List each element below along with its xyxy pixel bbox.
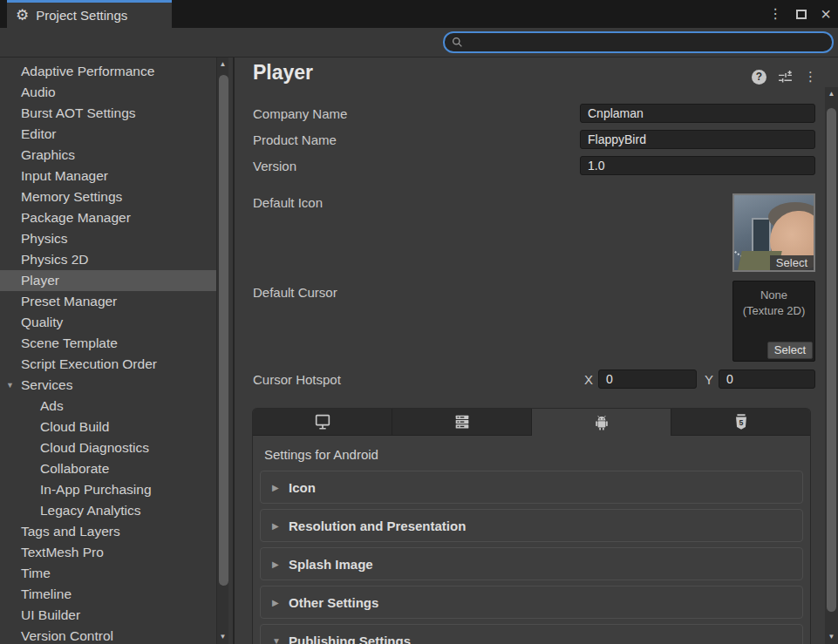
tab-standalone[interactable] (253, 409, 392, 436)
company-name-label: Company Name (253, 106, 347, 121)
section-icon[interactable]: ▶Icon (260, 471, 803, 504)
sidebar-item-graphics[interactable]: Graphics (0, 145, 234, 166)
tab-android[interactable] (532, 409, 671, 436)
sidebar-item-physics-2d[interactable]: Physics 2D (0, 249, 234, 270)
sidebar-item-audio[interactable]: Audio (0, 82, 234, 103)
sidebar-item-services[interactable]: ▼Services (0, 375, 234, 396)
chevron-right-icon[interactable]: ▶ (272, 521, 283, 531)
content-scrollbar[interactable]: ▲ ▼ (825, 87, 838, 644)
chevron-right-icon[interactable]: ▶ (272, 483, 283, 492)
title-bar: ⚙ Project Settings ⋮ × (0, 0, 838, 28)
chevron-down-icon[interactable]: ▼ (6, 381, 14, 390)
section-other-settings[interactable]: ▶Other Settings (260, 586, 803, 619)
company-name-field[interactable] (580, 104, 815, 123)
sidebar-item-adaptive-performance[interactable]: Adaptive Performance (0, 61, 234, 82)
sidebar-item-cloud-build[interactable]: Cloud Build (0, 417, 234, 437)
sidebar-item-label: Collaborate (40, 461, 109, 477)
panel-menu-icon[interactable]: ⋮ (804, 69, 817, 85)
sidebar-item-ads[interactable]: Ads (0, 396, 234, 417)
presets-icon[interactable] (778, 70, 793, 85)
section-publishing-settings[interactable]: ▼Publishing Settings (260, 624, 803, 644)
player-settings-panel: Player ? ⋮ Company Name Product Name Ver… (235, 58, 838, 644)
hotspot-x-field[interactable] (598, 369, 697, 389)
chevron-right-icon[interactable]: ▶ (272, 598, 283, 607)
product-name-label: Product Name (253, 132, 337, 147)
settings-category-sidebar: Adaptive PerformanceAudioBurst AOT Setti… (0, 58, 234, 644)
sidebar-item-memory-settings[interactable]: Memory Settings (0, 186, 234, 207)
sidebar-item-textmesh-pro[interactable]: TextMesh Pro (0, 542, 234, 563)
sidebar-item-in-app-purchasing[interactable]: In-App Purchasing (0, 479, 234, 500)
sidebar-item-collaborate[interactable]: Collaborate (0, 458, 234, 479)
sidebar-item-ui-builder[interactable]: UI Builder (0, 605, 234, 626)
sidebar-item-label: Timeline (21, 586, 72, 602)
sidebar-item-scene-template[interactable]: Scene Template (0, 333, 234, 354)
sidebar-item-label: Preset Manager (21, 294, 117, 309)
sidebar-item-label: TextMesh Pro (21, 545, 104, 560)
sidebar-item-player[interactable]: Player (0, 270, 216, 291)
scroll-down-icon[interactable]: ▼ (825, 631, 838, 643)
close-icon[interactable]: × (821, 5, 831, 23)
toolbar (0, 28, 838, 58)
scroll-up-icon[interactable]: ▲ (825, 88, 838, 100)
platform-tabbar: 5 (253, 409, 810, 436)
default-cursor-select-button[interactable]: Select (767, 342, 813, 359)
sidebar-item-label: Time (21, 566, 51, 581)
sidebar-item-burst-aot-settings[interactable]: Burst AOT Settings (0, 103, 234, 124)
sidebar-item-time[interactable]: Time (0, 563, 234, 584)
sidebar-item-label: Memory Settings (21, 189, 122, 205)
sidebar-item-tags-and-layers[interactable]: Tags and Layers (0, 521, 234, 542)
sidebar-scrollbar-thumb[interactable] (219, 75, 228, 586)
sidebar-item-script-execution-order[interactable]: Script Execution Order (0, 354, 234, 375)
search-box[interactable] (443, 31, 834, 53)
hotspot-y-label: Y (705, 372, 713, 387)
window-menu-icon[interactable]: ⋮ (768, 7, 782, 21)
sidebar-item-legacy-analytics[interactable]: Legacy Analytics (0, 500, 234, 521)
product-name-field[interactable] (580, 130, 815, 149)
default-icon-preview[interactable]: Select (732, 193, 815, 272)
sidebar-scrollbar[interactable]: ▲ ▼ (216, 58, 228, 644)
sidebar-list: Adaptive PerformanceAudioBurst AOT Setti… (0, 61, 234, 644)
search-input[interactable] (467, 36, 825, 49)
hotspot-y-field[interactable] (719, 369, 815, 389)
scroll-up-icon[interactable]: ▲ (217, 58, 228, 71)
section-splash-image[interactable]: ▶Splash Image (260, 547, 803, 580)
sidebar-item-editor[interactable]: Editor (0, 124, 234, 145)
sidebar-item-version-control[interactable]: Version Control (0, 626, 234, 644)
tab-project-settings[interactable]: ⚙ Project Settings (7, 0, 172, 28)
sidebar-item-package-manager[interactable]: Package Manager (0, 207, 234, 228)
default-icon-select-button[interactable]: Select (770, 255, 814, 270)
default-cursor-object-field[interactable]: None (Texture 2D) Select (732, 281, 815, 362)
version-field[interactable] (580, 156, 815, 175)
sidebar-item-label: Ads (40, 398, 64, 414)
hotspot-x-label: X (584, 372, 593, 387)
sidebar-item-label: Physics 2D (21, 252, 89, 268)
sidebar-item-input-manager[interactable]: Input Manager (0, 166, 234, 186)
sidebar-item-timeline[interactable]: Timeline (0, 584, 234, 605)
platform-sections: ▶Icon▶Resolution and Presentation▶Splash… (253, 471, 810, 644)
version-label: Version (253, 159, 296, 173)
help-icon[interactable]: ? (752, 70, 766, 85)
sidebar-item-label: Version Control (21, 628, 113, 644)
content-scrollbar-thumb[interactable] (827, 108, 836, 612)
scroll-down-icon[interactable]: ▼ (217, 631, 228, 643)
android-icon (592, 413, 611, 432)
section-label: Resolution and Presentation (289, 519, 466, 533)
sidebar-item-quality[interactable]: Quality (0, 312, 234, 333)
sidebar-item-label: Cloud Build (40, 419, 109, 435)
sidebar-item-label: Graphics (21, 147, 75, 163)
chevron-down-icon[interactable]: ▼ (272, 636, 283, 644)
platform-settings-group: 5 Settings for Android ▶Icon▶Resolution … (252, 408, 811, 644)
sidebar-item-preset-manager[interactable]: Preset Manager (0, 291, 234, 312)
section-resolution-and-presentation[interactable]: ▶Resolution and Presentation (260, 509, 803, 542)
tab-webgl[interactable]: 5 (671, 409, 810, 436)
default-icon-label: Default Icon (253, 195, 323, 210)
tab-dedicated-server[interactable] (392, 409, 532, 436)
sidebar-item-label: Script Execution Order (21, 356, 157, 372)
section-label: Icon (289, 480, 316, 495)
maximize-icon[interactable] (796, 10, 807, 19)
sidebar-item-cloud-diagnostics[interactable]: Cloud Diagnostics (0, 437, 234, 458)
chevron-right-icon[interactable]: ▶ (272, 559, 283, 569)
html5-icon: 5 (732, 412, 751, 431)
sidebar-item-physics[interactable]: Physics (0, 228, 234, 249)
sidebar-item-label: Burst AOT Settings (21, 105, 136, 121)
